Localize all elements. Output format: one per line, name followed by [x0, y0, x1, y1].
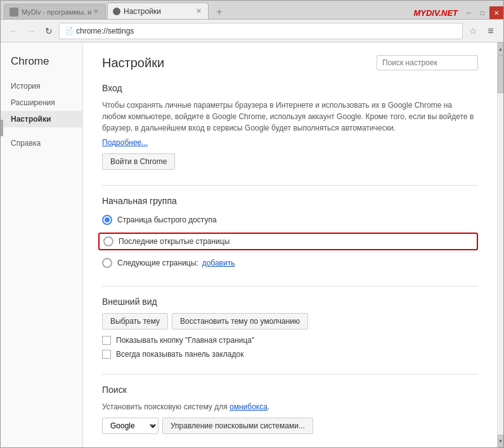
browser-window: MyDiv - программы, игр... ✕ Настройки ✕ …	[0, 0, 504, 448]
navbar: ← → ↻ 📄 chrome://settings ☆ ≡	[1, 20, 503, 42]
search-section: Поиск Установить поисковую систему для о…	[102, 385, 478, 434]
startup-radio-group: Страница быстрого доступа Последние откр…	[102, 212, 478, 271]
tab-active-icon	[113, 8, 120, 15]
divider-3	[102, 374, 478, 374]
startup-section-title: Начальная группа	[102, 196, 478, 206]
scrollbar-down[interactable]: ▼	[498, 435, 503, 447]
tab-inactive-icon	[10, 8, 18, 16]
checkbox-bookmarks-icon	[102, 350, 111, 359]
menu-button[interactable]: ≡	[483, 23, 498, 39]
address-bar[interactable]: 📄 chrome://settings	[59, 23, 463, 39]
startup-label-2: Последние открытые страницы	[119, 237, 229, 246]
scrollbar-track[interactable]	[498, 55, 503, 435]
restore-theme-button[interactable]: Восстановить тему по умолчанию	[172, 313, 308, 330]
scrollbar[interactable]: ▲ ▼	[497, 42, 503, 447]
login-description: Чтобы сохранять личные параметры браузер…	[102, 99, 478, 134]
sidebar-item-help[interactable]: Справка	[1, 135, 82, 151]
settings-search-input[interactable]	[377, 55, 478, 70]
back-button[interactable]: ←	[6, 23, 21, 39]
search-engine-select-wrapper: Google	[102, 418, 158, 434]
radio-circle-2	[103, 236, 113, 246]
titlebar: MyDiv - программы, игр... ✕ Настройки ✕ …	[1, 1, 503, 20]
signin-button[interactable]: Войти в Chrome	[102, 153, 175, 170]
close-button[interactable]: ✕	[489, 6, 503, 19]
scrollbar-up[interactable]: ▲	[498, 42, 503, 55]
tab-active-close[interactable]: ✕	[194, 7, 203, 16]
address-text: chrome://settings	[76, 27, 134, 35]
omnibox-link[interactable]: омнибокса	[229, 402, 268, 411]
startup-option-1[interactable]: Страница быстрого доступа	[102, 212, 478, 227]
startup-option-3[interactable]: Следующие страницы: добавить	[102, 255, 478, 271]
startup-label-1: Страница быстрого доступа	[117, 215, 217, 224]
scrollbar-thumb[interactable]	[498, 55, 503, 93]
choose-theme-button[interactable]: Выбрать тему	[102, 313, 168, 330]
sidebar-brand: Chrome	[1, 55, 82, 78]
appearance-section: Внешний вид Выбрать тему Восстановить те…	[102, 297, 478, 359]
mydiv-logo: MYDIV.NET	[413, 8, 458, 18]
appearance-section-title: Внешний вид	[102, 297, 478, 307]
tab-active[interactable]: Настройки ✕	[107, 3, 209, 19]
minimize-button[interactable]: ─	[462, 6, 475, 19]
checkbox-home-icon	[102, 336, 111, 345]
divider-2	[102, 286, 478, 286]
active-indicator	[1, 120, 3, 136]
sidebar: Chrome История Расширения Настройки Спра…	[1, 42, 83, 447]
search-engine-select[interactable]: Google	[102, 418, 158, 434]
login-more-link[interactable]: Подробнее...	[102, 138, 148, 147]
content-header: Настройки	[102, 55, 478, 70]
tab-active-label: Настройки	[124, 7, 161, 16]
search-engine-row: Google Управление поисковыми системами..…	[102, 418, 478, 434]
startup-add-link[interactable]: добавить	[202, 259, 235, 267]
maximize-button[interactable]: □	[475, 6, 489, 19]
divider-1	[102, 185, 478, 186]
sidebar-item-history[interactable]: История	[1, 78, 82, 94]
page-title: Настройки	[102, 56, 164, 70]
manage-search-engines-button[interactable]: Управление поисковыми системами...	[162, 418, 313, 434]
radio-circle-3	[102, 258, 112, 268]
settings-content: Настройки Вход Чтобы сохранять личные па…	[83, 42, 497, 447]
tab-inactive-close[interactable]: ✕	[91, 8, 100, 16]
sidebar-item-extensions[interactable]: Расширения	[1, 94, 82, 111]
startup-option-2[interactable]: Последние открытые страницы	[98, 233, 478, 250]
new-tab-button[interactable]: +	[211, 5, 228, 19]
tab-inactive-label: MyDiv - программы, игр...	[22, 8, 91, 16]
radio-circle-1	[102, 215, 112, 225]
main-area: Chrome История Расширения Настройки Спра…	[1, 42, 503, 447]
show-bookmarks-checkbox[interactable]: Всегда показывать панель закладок	[102, 350, 478, 359]
startup-section: Начальная группа Страница быстрого досту…	[102, 196, 478, 271]
bookmark-button[interactable]: ☆	[465, 23, 481, 39]
search-section-title: Поиск	[102, 385, 478, 395]
refresh-button[interactable]: ↻	[41, 23, 56, 39]
login-section-title: Вход	[102, 83, 478, 93]
search-description: Установить поисковую систему для омнибок…	[102, 401, 478, 413]
show-home-label: Показывать кнопку "Главная страница"	[116, 336, 254, 345]
sidebar-item-settings[interactable]: Настройки	[1, 111, 82, 127]
page-icon: 📄	[65, 27, 74, 35]
show-bookmarks-label: Всегда показывать панель закладок	[116, 350, 243, 359]
startup-label-3: Следующие страницы:	[117, 259, 198, 267]
forward-button[interactable]: →	[23, 23, 39, 39]
login-section: Вход Чтобы сохранять личные параметры бр…	[102, 83, 478, 170]
show-home-checkbox[interactable]: Показывать кнопку "Главная страница"	[102, 336, 478, 345]
tab-inactive[interactable]: MyDiv - программы, игр... ✕	[4, 4, 106, 19]
